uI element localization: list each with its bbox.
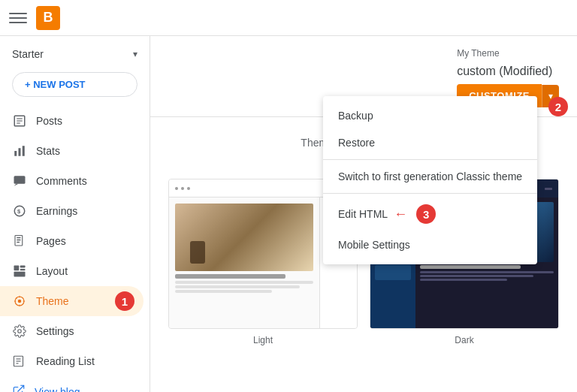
svg-point-21 [18, 330, 22, 333]
dropdown-item-switch-classic[interactable]: Switch to first generation Classic theme [323, 163, 537, 190]
svg-rect-15 [14, 266, 20, 271]
sidebar-item-stats[interactable]: Stats [0, 136, 143, 166]
svg-rect-6 [23, 146, 25, 156]
dropdown-divider [323, 159, 537, 160]
badge-3: 3 [416, 204, 436, 224]
svg-point-19 [18, 300, 22, 303]
new-post-button[interactable]: + NEW POST [12, 72, 137, 97]
stats-icon [12, 143, 27, 158]
sidebar-item-reading-list[interactable]: Reading List [0, 346, 143, 376]
sidebar-item-pages-label: Pages [36, 235, 66, 247]
view-blog-link[interactable]: View blog [0, 376, 143, 392]
theme-label-dark: Dark [370, 332, 559, 348]
svg-rect-14 [17, 242, 20, 243]
pages-icon [12, 234, 27, 249]
view-blog-label: View blog [35, 386, 80, 393]
sidebar-item-stats-label: Stats [36, 145, 60, 157]
earnings-icon: $ [12, 204, 27, 219]
reading-list-icon [12, 354, 27, 369]
sidebar-item-reading-list-label: Reading List [36, 355, 95, 367]
dropdown-item-backup[interactable]: Backup [323, 102, 537, 129]
svg-rect-4 [14, 151, 17, 156]
menu-icon[interactable] [9, 9, 27, 27]
svg-rect-12 [17, 237, 20, 239]
sidebar-item-theme-wrapper: Theme 1 [0, 286, 150, 316]
layout-icon [12, 264, 27, 279]
svg-text:$: $ [17, 208, 21, 215]
blogger-logo: B [36, 6, 60, 30]
svg-rect-18 [14, 272, 26, 277]
content-area: My Theme custom (Modified) CUSTOMIZE ▾ 2… [150, 36, 577, 392]
chevron-down-icon: ▾ [133, 49, 137, 59]
badge-2: 2 [548, 97, 568, 116]
dropdown-item-mobile-settings[interactable]: Mobile Settings [323, 231, 537, 258]
view-blog-icon [12, 384, 26, 392]
my-theme-label: My Theme [457, 48, 559, 59]
svg-line-26 [18, 385, 24, 391]
sidebar-item-comments-label: Comments [36, 175, 87, 187]
blog-name: Starter [12, 48, 44, 60]
sidebar-item-pages[interactable]: Pages [0, 226, 143, 256]
arrow-left-icon: ← [394, 207, 407, 222]
sidebar-item-settings-label: Settings [36, 325, 74, 337]
dropdown-item-edit-html[interactable]: Edit HTML ← 3 [323, 197, 537, 231]
blog-selector[interactable]: Starter ▾ [0, 42, 150, 66]
svg-rect-13 [17, 240, 20, 241]
theme-icon [12, 294, 27, 309]
new-post-label: + NEW POST [25, 79, 86, 90]
sidebar-item-layout[interactable]: Layout [0, 256, 143, 286]
sidebar-item-layout-label: Layout [36, 265, 68, 277]
sidebar-item-posts-label: Posts [36, 115, 62, 127]
badge-1: 1 [115, 291, 134, 311]
sidebar-item-theme-label: Theme [36, 295, 69, 307]
sidebar-item-posts[interactable]: Posts [0, 106, 143, 136]
comments-icon [12, 173, 27, 188]
sidebar-item-earnings[interactable]: $ Earnings [0, 196, 143, 226]
theme-label-light: Light [168, 332, 358, 348]
dropdown-divider-2 [323, 193, 537, 194]
sidebar-item-comments[interactable]: Comments [0, 166, 143, 196]
main-layout: Starter ▾ + NEW POST Posts [0, 36, 577, 392]
posts-icon [12, 113, 27, 128]
dropdown-menu: Backup Restore Switch to first generatio… [323, 96, 537, 264]
top-bar: B [0, 0, 577, 36]
svg-rect-5 [19, 148, 21, 156]
svg-marker-8 [14, 184, 19, 186]
theme-name: custom (Modified) [457, 65, 559, 78]
svg-rect-16 [20, 266, 26, 268]
dropdown-item-restore[interactable]: Restore [323, 129, 537, 156]
badge-2-container: 2 [548, 97, 568, 116]
settings-icon [12, 324, 27, 339]
svg-rect-7 [14, 176, 26, 184]
sidebar-item-settings[interactable]: Settings [0, 316, 143, 346]
svg-rect-17 [20, 269, 26, 270]
sidebar-item-earnings-label: Earnings [36, 205, 77, 217]
sidebar: Starter ▾ + NEW POST Posts [0, 36, 150, 392]
